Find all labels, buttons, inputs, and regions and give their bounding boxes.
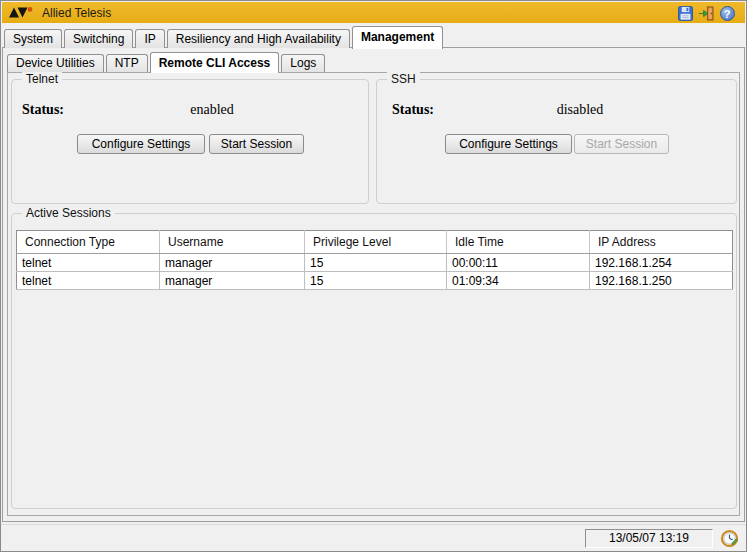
allied-telesis-logo-icon [9,6,34,19]
cell-connection-type: telnet [17,272,160,290]
help-icon[interactable]: ? [719,5,735,21]
tab-ip[interactable]: IP [135,29,164,48]
datetime-display: 13/05/07 13:19 [585,529,713,548]
app-window: Allied Telesis [0,0,747,552]
active-sessions-group-title: Active Sessions [22,206,115,220]
telnet-status-label: Status: [22,102,64,118]
tab-logs[interactable]: Logs [281,54,325,72]
ssh-group-title: SSH [387,72,420,86]
cell-idle-time: 01:09:34 [447,272,590,290]
telnet-status-value: enabled [102,102,322,118]
col-header-privilege-level: Privilege Level [305,231,447,254]
ssh-configure-settings-button[interactable]: Configure Settings [445,134,572,154]
telnet-start-session-button[interactable]: Start Session [209,134,304,154]
ssh-start-session-button: Start Session [574,134,669,154]
ssh-group: SSH Status: disabled Configure Settings … [376,79,737,204]
cell-privilege-level: 15 [305,272,447,290]
col-header-username: Username [160,231,305,254]
app-title: Allied Telesis [42,6,111,20]
tab-resiliency[interactable]: Resiliency and High Availability [167,29,350,48]
cell-ip-address: 192.168.1.254 [590,254,733,272]
cell-idle-time: 00:00:11 [447,254,590,272]
sub-tabstrip: Device Utilities NTP Remote CLI Access L… [7,51,327,72]
col-header-idle-time: Idle Time [447,231,590,254]
table-row[interactable]: telnet manager 15 00:00:11 192.168.1.254 [17,254,733,272]
management-panel: Device Utilities NTP Remote CLI Access L… [2,47,745,522]
table-row[interactable]: telnet manager 15 01:09:34 192.168.1.250 [17,272,733,290]
titlebar-actions: ? [677,5,735,21]
table-header-row: Connection Type Username Privilege Level… [17,231,733,254]
tab-remote-cli-access[interactable]: Remote CLI Access [150,52,280,73]
statusbar: 13/05/07 13:19 [1,524,746,551]
tab-system[interactable]: System [4,29,62,48]
active-sessions-group: Active Sessions Connection Type Username… [11,213,737,509]
titlebar: Allied Telesis [2,2,745,23]
cell-ip-address: 192.168.1.250 [590,272,733,290]
col-header-connection-type: Connection Type [17,231,160,254]
ssh-status-value: disabled [470,102,690,118]
tab-device-utilities[interactable]: Device Utilities [7,54,104,72]
active-sessions-table: Connection Type Username Privilege Level… [16,230,733,290]
tab-ntp[interactable]: NTP [106,54,148,72]
telnet-configure-settings-button[interactable]: Configure Settings [77,134,205,154]
ssh-status-label: Status: [392,102,434,118]
cell-username: manager [160,254,305,272]
telnet-group: Telnet Status: enabled Configure Setting… [11,79,369,204]
cell-privilege-level: 15 [305,254,447,272]
cell-connection-type: telnet [17,254,160,272]
remote-cli-access-panel: Telnet Status: enabled Configure Setting… [7,72,740,516]
tab-switching[interactable]: Switching [64,29,133,48]
exit-icon[interactable] [698,5,714,21]
main-tabstrip: System Switching IP Resiliency and High … [4,25,445,48]
tab-management[interactable]: Management [352,26,443,49]
telnet-group-title: Telnet [22,72,62,86]
cell-username: manager [160,272,305,290]
col-header-ip-address: IP Address [590,231,733,254]
save-icon[interactable] [677,5,693,21]
clock-edit-icon[interactable] [719,528,739,548]
